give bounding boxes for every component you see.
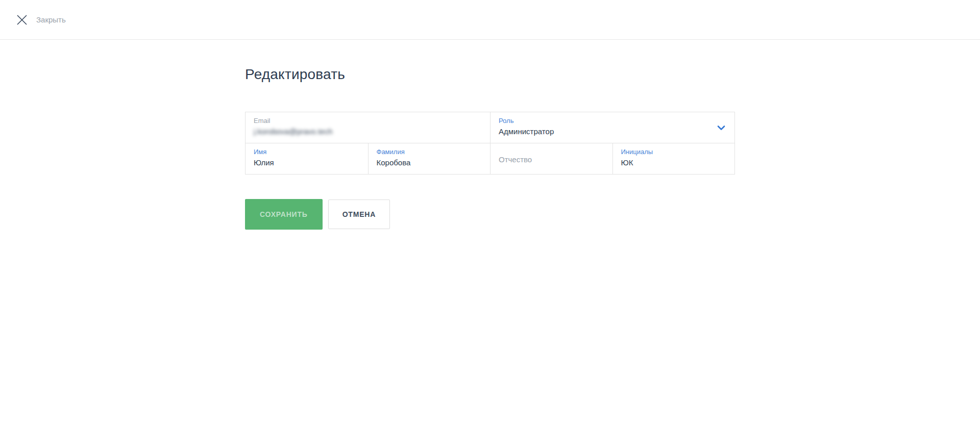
close-button[interactable]: Закрыть <box>16 14 66 26</box>
page-title: Редактировать <box>245 66 980 83</box>
initials-label: Инициалы <box>621 148 727 156</box>
middle-name-input[interactable] <box>499 155 604 165</box>
initials-field: Инициалы <box>612 143 735 174</box>
last-name-input[interactable] <box>377 158 482 168</box>
middle-name-field <box>490 143 612 174</box>
email-label: Email <box>254 117 482 125</box>
email-value: j.korobova@pravo.tech <box>254 127 361 137</box>
last-name-field: Фамилия <box>368 143 491 174</box>
edit-user-form: Email j.korobova@pravo.tech Роль Админис… <box>245 112 735 175</box>
top-bar: Закрыть <box>0 0 980 40</box>
cancel-button[interactable]: ОТМЕНА <box>328 200 390 229</box>
initials-input[interactable] <box>621 158 727 168</box>
close-button-label: Закрыть <box>36 15 66 24</box>
chevron-down-icon <box>715 121 727 134</box>
role-value: Администратор <box>499 127 726 137</box>
role-label: Роль <box>499 117 726 125</box>
first-name-field: Имя <box>246 143 368 174</box>
last-name-label: Фамилия <box>377 148 482 156</box>
role-select[interactable]: Роль Администратор <box>490 112 734 143</box>
form-actions: СОХРАНИТЬ ОТМЕНА <box>245 199 980 230</box>
main-content: Редактировать Email j.korobova@pravo.tec… <box>0 66 980 230</box>
first-name-input[interactable] <box>254 158 360 168</box>
save-button[interactable]: СОХРАНИТЬ <box>245 199 323 230</box>
edit-user-page: { "header": { "close_label": "Закрыть" }… <box>0 0 980 448</box>
close-x-icon <box>16 14 28 26</box>
form-row-1: Email j.korobova@pravo.tech Роль Админис… <box>246 112 734 143</box>
first-name-label: Имя <box>254 148 360 156</box>
email-field: Email j.korobova@pravo.tech <box>246 112 490 143</box>
form-row-2: Имя Фамилия Инициалы <box>246 143 734 174</box>
